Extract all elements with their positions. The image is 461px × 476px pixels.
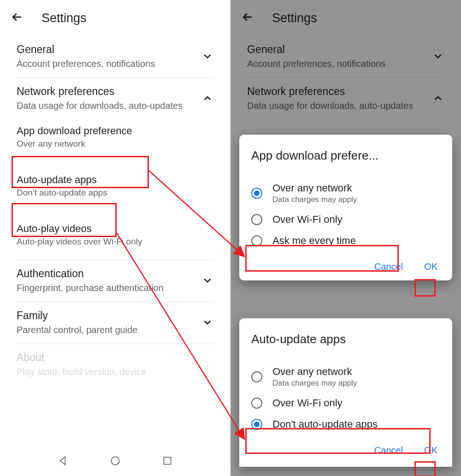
radio-icon	[251, 214, 262, 225]
option-subtitle: Data charges may apply	[272, 379, 440, 388]
nav-recent-icon[interactable]	[161, 455, 173, 469]
item-subtitle: Auto-play videos over Wi-Fi only	[17, 237, 214, 247]
option-label: Over Wi-Fi only	[272, 397, 440, 409]
item-title: App download preference	[17, 125, 214, 137]
dialog-title: App download prefere...	[251, 149, 440, 163]
cancel-button[interactable]: Cancel	[372, 443, 406, 458]
radio-icon	[251, 398, 262, 409]
dialog-app-download-preference: App download prefere... Over any network…	[239, 135, 452, 280]
chevron-down-icon	[201, 274, 214, 286]
radio-icon	[251, 419, 262, 430]
section-family[interactable]: Family Parental control, parent guide	[0, 302, 230, 344]
android-nav-bar	[0, 450, 230, 473]
option-label: Over Wi-Fi only	[272, 214, 440, 226]
item-title: Auto-update apps	[17, 174, 214, 186]
item-subtitle: Over any network	[17, 139, 214, 149]
section-title: General	[17, 43, 201, 56]
nav-home-icon[interactable]	[109, 455, 121, 469]
svg-rect-1	[164, 457, 171, 464]
option-over-wifi-only[interactable]: Over Wi-Fi only	[251, 209, 440, 230]
page-title: Settings	[41, 11, 87, 25]
back-arrow-icon[interactable]	[10, 10, 24, 26]
ok-button[interactable]: OK	[421, 260, 440, 274]
option-label: Over any network	[272, 182, 440, 194]
item-subtitle: Don't auto-update apps	[17, 188, 214, 198]
section-subtitle: Account preferences, notifications	[17, 59, 201, 69]
option-ask-me-every-time[interactable]: Ask me every time	[251, 230, 440, 251]
dialog-title: Auto-update apps	[251, 332, 440, 346]
settings-screen-left: Settings General Account preferences, no…	[0, 0, 230, 476]
section-subtitle: Play store, build version, device	[17, 367, 214, 377]
option-over-any-network[interactable]: Over any network Data charges may apply	[251, 361, 440, 393]
radio-icon	[251, 371, 262, 382]
settings-screen-right: Settings General Account preferences, no…	[230, 0, 461, 476]
section-title: About	[17, 351, 214, 364]
option-label: Don't auto-update apps	[272, 418, 440, 430]
option-label: Ask me every time	[272, 235, 440, 247]
section-authentication[interactable]: Authentication Fingerprint, purchase aut…	[0, 260, 230, 302]
header: Settings	[0, 0, 230, 36]
item-auto-update-apps[interactable]: Auto-update apps Don't auto-update apps	[0, 168, 230, 204]
section-title: Family	[17, 309, 201, 322]
nav-back-icon[interactable]	[57, 455, 69, 469]
chevron-up-icon	[201, 92, 214, 104]
section-subtitle: Parental control, parent guide	[17, 325, 201, 335]
option-label: Over any network	[272, 366, 440, 378]
chevron-down-icon	[201, 316, 214, 328]
section-title: Authentication	[17, 268, 201, 280]
svg-point-0	[111, 457, 119, 464]
radio-icon	[251, 235, 262, 246]
option-subtitle: Data charges may apply	[272, 195, 440, 204]
option-over-wifi-only[interactable]: Over Wi-Fi only	[251, 393, 440, 414]
ok-button[interactable]: OK	[421, 443, 440, 458]
section-general[interactable]: General Account preferences, notificatio…	[0, 36, 230, 77]
section-subtitle: Fingerprint, purchase authentication	[17, 283, 201, 293]
item-app-download-preference[interactable]: App download preference Over any network	[0, 119, 230, 155]
option-over-any-network[interactable]: Over any network Data charges may apply	[251, 178, 440, 209]
section-title: Network preferences	[17, 85, 201, 98]
dialog-auto-update-apps: Auto-update apps Over any network Data c…	[239, 318, 452, 467]
section-network-preferences[interactable]: Network preferences Data usage for downl…	[0, 78, 230, 119]
section-subtitle: Data usage for downloads, auto-updates	[17, 101, 201, 111]
radio-icon	[251, 188, 262, 199]
chevron-down-icon	[201, 50, 214, 62]
cancel-button[interactable]: Cancel	[372, 260, 406, 274]
section-about[interactable]: About Play store, build version, device	[0, 344, 230, 386]
option-dont-auto-update[interactable]: Don't auto-update apps	[251, 414, 440, 435]
item-title: Auto-play videos	[17, 223, 214, 235]
item-auto-play-videos[interactable]: Auto-play videos Auto-play videos over W…	[0, 217, 230, 253]
